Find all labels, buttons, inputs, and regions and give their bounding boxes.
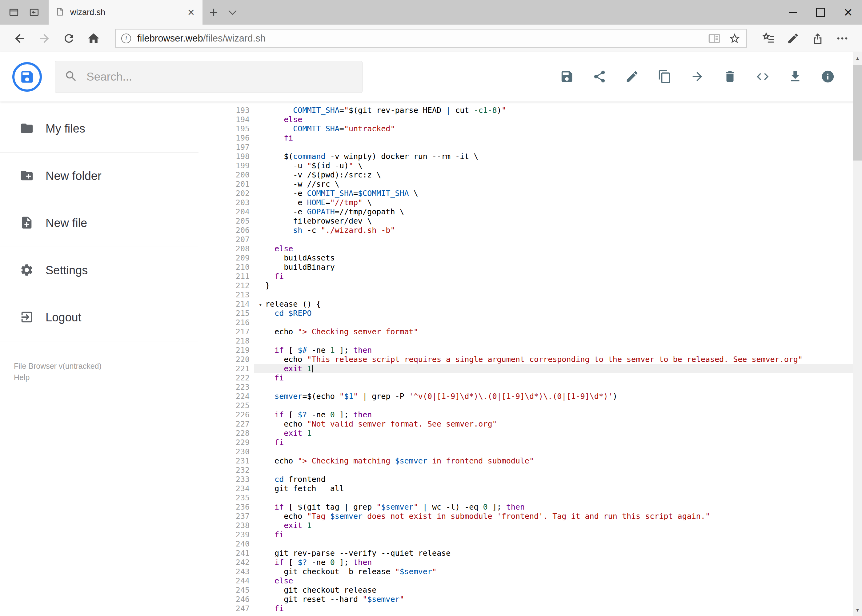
code-line-239[interactable]: 239 fi: [199, 530, 862, 539]
back-button[interactable]: [7, 26, 32, 51]
code-line-text[interactable]: [254, 336, 862, 346]
line-number[interactable]: 228: [199, 429, 254, 438]
code-line-text[interactable]: COMMIT_SHA="untracked": [254, 124, 862, 134]
line-number[interactable]: 246: [199, 595, 254, 604]
scroll-down-icon[interactable]: ▼: [853, 604, 862, 616]
code-button[interactable]: [755, 69, 770, 85]
line-number[interactable]: 231: [199, 456, 254, 466]
code-line-text[interactable]: [254, 539, 862, 548]
code-line-223[interactable]: 223: [199, 383, 862, 392]
code-line-text[interactable]: [254, 290, 862, 300]
code-line-194[interactable]: 194 else: [199, 115, 862, 124]
code-line-243[interactable]: 243 git checkout -b release "$semver": [199, 567, 862, 576]
line-number[interactable]: 238: [199, 521, 254, 530]
code-line-text[interactable]: sh -c "./wizard.sh -b": [254, 226, 862, 235]
code-line-text[interactable]: fi: [254, 604, 862, 613]
code-line-text[interactable]: $(command -v winpty) docker run --rm -it…: [254, 152, 862, 161]
code-line-text[interactable]: [254, 235, 862, 244]
line-number[interactable]: 215: [199, 309, 254, 318]
line-number[interactable]: 193: [199, 106, 254, 115]
save-button[interactable]: [560, 69, 574, 85]
set-tabs-aside-icon[interactable]: [24, 0, 44, 25]
code-line-244[interactable]: 244 else: [199, 576, 862, 586]
code-line-232[interactable]: 232: [199, 466, 862, 475]
page-scrollbar[interactable]: ▲ ▼: [853, 52, 862, 616]
code-line-text[interactable]: fi: [254, 373, 862, 383]
code-line-225[interactable]: 225: [199, 401, 862, 410]
code-line-text[interactable]: [254, 143, 862, 152]
line-number[interactable]: 199: [199, 161, 254, 170]
line-number[interactable]: 219: [199, 346, 254, 355]
code-line-text[interactable]: git fetch --all: [254, 484, 862, 493]
code-line-216[interactable]: 216: [199, 318, 862, 327]
code-line-195[interactable]: 195 COMMIT_SHA="untracked": [199, 124, 862, 134]
code-editor[interactable]: 193 COMMIT_SHA="$(git rev-parse HEAD | c…: [199, 102, 862, 616]
line-number[interactable]: 247: [199, 604, 254, 613]
code-line-text[interactable]: -w //src \: [254, 179, 862, 189]
line-number[interactable]: 202: [199, 189, 254, 198]
line-number[interactable]: 232: [199, 466, 254, 475]
line-number[interactable]: 242: [199, 558, 254, 567]
code-line-text[interactable]: exit 1: [254, 429, 862, 438]
code-line-193[interactable]: 193 COMMIT_SHA="$(git rev-parse HEAD | c…: [199, 106, 862, 115]
sidebar-item-new-folder[interactable]: New folder: [0, 152, 199, 200]
code-line-text[interactable]: if [ $? -ne 0 ]; then: [254, 410, 862, 420]
code-line-text[interactable]: echo "Tag $semver does not exist in subm…: [254, 512, 862, 521]
line-number[interactable]: 214▾: [199, 300, 254, 309]
code-line-text[interactable]: echo "> Checking semver format": [254, 327, 862, 336]
sidebar-item-new-file[interactable]: New file: [0, 200, 199, 247]
line-number[interactable]: 213: [199, 290, 254, 300]
code-line-245[interactable]: 245 git checkout release: [199, 586, 862, 595]
code-line-222[interactable]: 222 fi: [199, 373, 862, 383]
favorites-hub-button[interactable]: [756, 26, 781, 51]
sidebar-item-logout[interactable]: Logout: [0, 294, 199, 341]
window-maximize-button[interactable]: [807, 0, 834, 25]
code-line-238[interactable]: 238 exit 1: [199, 521, 862, 530]
code-line-234[interactable]: 234 git fetch --all: [199, 484, 862, 493]
address-bar[interactable]: i filebrowser.web/files/wizard.sh: [115, 29, 747, 48]
line-number[interactable]: 217: [199, 327, 254, 336]
search-input[interactable]: [86, 70, 353, 84]
line-number[interactable]: 240: [199, 539, 254, 548]
code-line-text[interactable]: if [ $(git tag | grep "$semver" | wc -l)…: [254, 503, 862, 512]
scroll-up-icon[interactable]: ▲: [853, 52, 862, 64]
refresh-button[interactable]: [57, 26, 81, 51]
code-line-247[interactable]: 247 fi: [199, 604, 862, 613]
code-line-text[interactable]: [254, 401, 862, 410]
code-line-text[interactable]: [254, 383, 862, 392]
line-number[interactable]: 212: [199, 281, 254, 290]
code-line-text[interactable]: [254, 493, 862, 503]
code-line-203[interactable]: 203 -e HOME="//tmp" \: [199, 198, 862, 207]
code-line-230[interactable]: 230: [199, 447, 862, 456]
code-line-205[interactable]: 205 filebrowser/dev \: [199, 217, 862, 226]
code-line-204[interactable]: 204 -e GOPATH=//tmp/gopath \: [199, 207, 862, 217]
home-button[interactable]: [81, 26, 106, 51]
line-number[interactable]: 223: [199, 383, 254, 392]
code-line-text[interactable]: fi: [254, 272, 862, 281]
code-line-text[interactable]: release () {: [254, 300, 862, 309]
code-line-207[interactable]: 207: [199, 235, 862, 244]
code-line-212[interactable]: 212}: [199, 281, 862, 290]
download-button[interactable]: [788, 69, 802, 85]
code-line-text[interactable]: cd $REPO: [254, 309, 862, 318]
code-line-text[interactable]: else: [254, 244, 862, 253]
line-number[interactable]: 195: [199, 124, 254, 134]
code-line-246[interactable]: 246 git reset --hard "$semver": [199, 595, 862, 604]
code-line-text[interactable]: exit 1: [254, 521, 862, 530]
share-page-button[interactable]: [805, 26, 830, 51]
sidebar-item-settings[interactable]: Settings: [0, 247, 199, 294]
code-line-text[interactable]: if [ $# -ne 1 ]; then: [254, 346, 862, 355]
scrollbar-thumb[interactable]: [853, 65, 862, 160]
line-number[interactable]: 211: [199, 272, 254, 281]
code-line-text[interactable]: fi: [254, 134, 862, 143]
move-button[interactable]: [690, 69, 704, 85]
code-line-text[interactable]: echo "> Checking matching $semver in fro…: [254, 456, 862, 466]
code-line-201[interactable]: 201 -w //src \: [199, 179, 862, 189]
tab-close-icon[interactable]: ×: [186, 6, 196, 18]
sidebar-item-my-files[interactable]: My files: [0, 105, 199, 152]
line-number[interactable]: 235: [199, 493, 254, 503]
code-line-240[interactable]: 240: [199, 539, 862, 548]
code-line-213[interactable]: 213: [199, 290, 862, 300]
line-number[interactable]: 216: [199, 318, 254, 327]
code-line-221[interactable]: 221 exit 1: [199, 364, 862, 373]
